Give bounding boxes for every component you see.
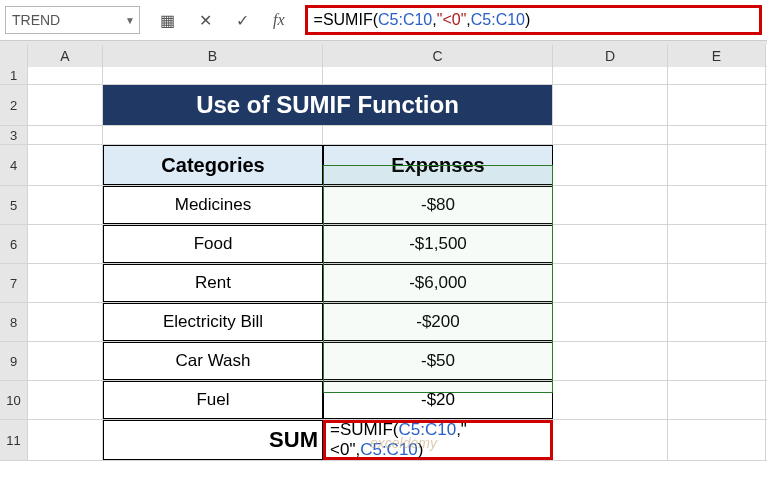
- cell-category[interactable]: Medicines: [103, 186, 323, 224]
- cell[interactable]: [103, 67, 323, 84]
- name-box-value: TREND: [12, 12, 60, 28]
- cell[interactable]: [28, 303, 103, 341]
- cell[interactable]: [28, 381, 103, 419]
- row-9: 9 Car Wash -$50: [0, 342, 767, 381]
- col-header-B[interactable]: B: [103, 45, 323, 67]
- cell[interactable]: [28, 264, 103, 302]
- cell-expense[interactable]: -$6,000: [323, 264, 553, 302]
- row-4: 4 Categories Expenses: [0, 145, 767, 186]
- cell[interactable]: [28, 342, 103, 380]
- worksheet-grid[interactable]: A B C D E 1 2 Use of SUMIF Function 3 4 …: [0, 45, 767, 461]
- table-icon[interactable]: ▦: [160, 11, 175, 30]
- cell[interactable]: [28, 145, 103, 185]
- fx-icon[interactable]: fx: [273, 11, 285, 29]
- row-8: 8 Electricity Bill -$200: [0, 303, 767, 342]
- formula-bar-icons: ▦ ✕ ✓ fx: [140, 11, 305, 30]
- row-header-6[interactable]: 6: [0, 225, 28, 263]
- col-header-D[interactable]: D: [553, 45, 668, 67]
- row-header-7[interactable]: 7: [0, 264, 28, 302]
- cell-expense[interactable]: -$20: [323, 381, 553, 419]
- chevron-down-icon[interactable]: ▼: [125, 15, 135, 26]
- cell[interactable]: [553, 67, 668, 84]
- row-header-10[interactable]: 10: [0, 381, 28, 419]
- header-categories[interactable]: Categories: [103, 145, 323, 185]
- cell[interactable]: [553, 381, 668, 419]
- cell[interactable]: [668, 381, 766, 419]
- cell[interactable]: [553, 264, 668, 302]
- cell[interactable]: [668, 85, 766, 125]
- cell[interactable]: [553, 145, 668, 185]
- cell[interactable]: [668, 420, 766, 460]
- cell-formula-text: =SUMIF(C5:C10,"<0",C5:C10): [330, 420, 550, 460]
- row-7: 7 Rent -$6,000: [0, 264, 767, 303]
- row-header-11[interactable]: 11: [0, 420, 28, 460]
- cell[interactable]: [28, 420, 103, 460]
- col-header-E[interactable]: E: [668, 45, 766, 67]
- cell[interactable]: [668, 342, 766, 380]
- cell[interactable]: [668, 303, 766, 341]
- cell-category[interactable]: Car Wash: [103, 342, 323, 380]
- formula-bar: TREND ▼ ▦ ✕ ✓ fx =SUMIF(C5:C10,"<0",C5:C…: [0, 0, 767, 40]
- header-expenses[interactable]: Expenses: [323, 145, 553, 185]
- select-all-corner[interactable]: [0, 45, 28, 67]
- sum-label[interactable]: SUM: [103, 420, 323, 460]
- cell-expense[interactable]: -$80: [323, 186, 553, 224]
- row-header-2[interactable]: 2: [0, 85, 28, 125]
- title-cell[interactable]: Use of SUMIF Function: [103, 85, 553, 125]
- cell[interactable]: [668, 225, 766, 263]
- row-header-3[interactable]: 3: [0, 126, 28, 144]
- cell[interactable]: [28, 67, 103, 84]
- col-header-A[interactable]: A: [28, 45, 103, 67]
- row-11: 11 SUM =SUMIF(C5:C10,"<0",C5:C10): [0, 420, 767, 461]
- row-6: 6 Food -$1,500: [0, 225, 767, 264]
- cell[interactable]: [668, 145, 766, 185]
- cell[interactable]: [553, 420, 668, 460]
- cell-category[interactable]: Food: [103, 225, 323, 263]
- cell[interactable]: [553, 126, 668, 144]
- cell-category[interactable]: Fuel: [103, 381, 323, 419]
- cell[interactable]: [553, 225, 668, 263]
- row-header-1[interactable]: 1: [0, 67, 28, 84]
- cell-expense[interactable]: -$200: [323, 303, 553, 341]
- row-2: 2 Use of SUMIF Function: [0, 85, 767, 126]
- cell-category[interactable]: Electricity Bill: [103, 303, 323, 341]
- row-10: 10 Fuel -$20: [0, 381, 767, 420]
- row-1: 1: [0, 67, 767, 85]
- column-header-row: A B C D E: [0, 45, 767, 67]
- cell[interactable]: [28, 186, 103, 224]
- name-box[interactable]: TREND ▼: [5, 6, 140, 34]
- cell[interactable]: [103, 126, 323, 144]
- row-header-9[interactable]: 9: [0, 342, 28, 380]
- row-5: 5 Medicines -$80: [0, 186, 767, 225]
- row-header-5[interactable]: 5: [0, 186, 28, 224]
- cell[interactable]: [28, 126, 103, 144]
- formula-input[interactable]: =SUMIF(C5:C10,"<0",C5:C10): [305, 5, 762, 35]
- cell[interactable]: [28, 85, 103, 125]
- cell[interactable]: [668, 67, 766, 84]
- row-3: 3: [0, 126, 767, 145]
- cell[interactable]: [553, 186, 668, 224]
- cell[interactable]: [553, 342, 668, 380]
- cell[interactable]: [553, 303, 668, 341]
- sum-formula-cell[interactable]: =SUMIF(C5:C10,"<0",C5:C10): [323, 420, 553, 460]
- cell[interactable]: [323, 126, 553, 144]
- col-header-C[interactable]: C: [323, 45, 553, 67]
- cell[interactable]: [323, 67, 553, 84]
- cell[interactable]: [668, 264, 766, 302]
- cancel-icon[interactable]: ✕: [199, 11, 212, 30]
- formula-text: =SUMIF(C5:C10,"<0",C5:C10): [314, 11, 531, 29]
- cell[interactable]: [668, 186, 766, 224]
- cell[interactable]: [668, 126, 766, 144]
- row-header-4[interactable]: 4: [0, 145, 28, 185]
- cell-expense[interactable]: -$1,500: [323, 225, 553, 263]
- enter-icon[interactable]: ✓: [236, 11, 249, 30]
- cell[interactable]: [553, 85, 668, 125]
- cell[interactable]: [28, 225, 103, 263]
- cell-expense[interactable]: -$50: [323, 342, 553, 380]
- cell-category[interactable]: Rent: [103, 264, 323, 302]
- row-header-8[interactable]: 8: [0, 303, 28, 341]
